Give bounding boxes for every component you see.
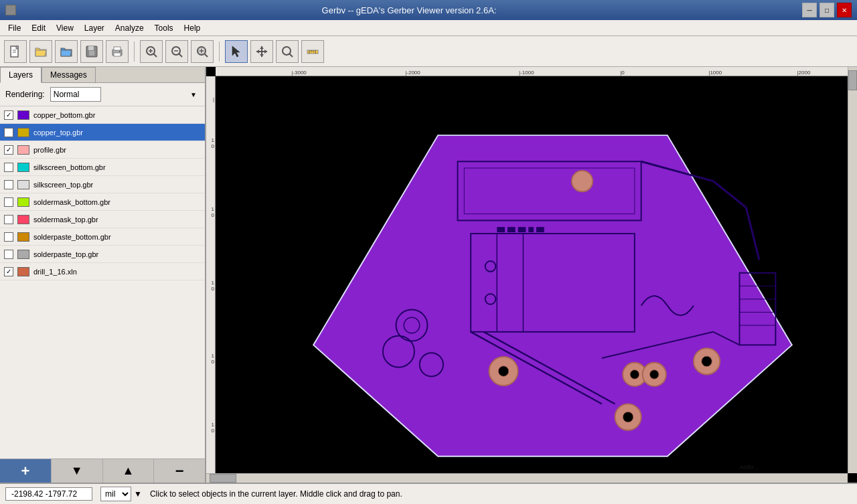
svg-point-9 xyxy=(119,51,121,52)
layer-checkbox-4[interactable] xyxy=(4,180,13,189)
canvas-area[interactable]: |-3000 |-2000 |-1000 |0 |1000 |2000 | 10… xyxy=(206,67,857,483)
layer-name-4: silkscreen_top.gbr xyxy=(33,181,201,189)
move-up-button[interactable]: ▲ xyxy=(103,459,155,483)
rendering-label: Rendering: xyxy=(5,90,45,99)
unit-select[interactable]: mil mm in xyxy=(100,487,131,501)
layer-name-5: soldermask_bottom.gbr xyxy=(33,198,201,206)
list-item[interactable]: silkscreen_top.gbr xyxy=(0,176,205,193)
menu-analyze[interactable]: Analyze xyxy=(110,22,149,34)
list-item[interactable]: copper_bottom.gbr xyxy=(0,106,205,124)
svg-line-15 xyxy=(179,54,183,57)
list-item[interactable]: profile.gbr xyxy=(0,141,205,159)
close-button[interactable]: ✕ xyxy=(837,3,852,17)
menu-edit[interactable]: Edit xyxy=(26,22,51,34)
remove-layer-button[interactable]: − xyxy=(154,459,205,483)
layer-checkbox-9[interactable] xyxy=(4,267,13,276)
list-item[interactable]: silkscreen_bottom.gbr xyxy=(0,159,205,176)
pointer-button[interactable] xyxy=(225,40,248,63)
print-button[interactable] xyxy=(106,40,129,63)
list-item[interactable]: drill_1_16.xln xyxy=(0,263,205,280)
tab-layers[interactable]: Layers xyxy=(0,67,42,83)
unit-dropdown-arrow: ▼ xyxy=(134,489,142,499)
svg-rect-73 xyxy=(528,227,534,232)
minimize-button[interactable]: ─ xyxy=(802,3,817,17)
layer-checkbox-0[interactable] xyxy=(4,110,13,120)
open-button[interactable] xyxy=(29,40,52,63)
menu-help[interactable]: Help xyxy=(179,22,206,34)
tab-messages[interactable]: Messages xyxy=(42,67,96,82)
layer-color-2 xyxy=(17,145,29,155)
svg-rect-7 xyxy=(114,47,121,50)
app-icon xyxy=(5,5,16,15)
titlebar: Gerbv -- gEDA's Gerber Viewer version 2.… xyxy=(0,0,857,20)
svg-point-63 xyxy=(630,370,639,380)
svg-point-61 xyxy=(498,366,509,377)
svg-text:Activ...: Activ... xyxy=(740,463,759,471)
zoom-fit-button[interactable] xyxy=(191,40,214,63)
layer-checkbox-3[interactable] xyxy=(4,163,13,172)
layer-color-4 xyxy=(17,180,29,189)
pcb-canvas[interactable]: Activ... xyxy=(216,76,857,483)
list-item[interactable]: solderpaste_top.gbr xyxy=(0,246,205,263)
layer-color-7 xyxy=(17,232,29,242)
svg-rect-72 xyxy=(518,227,526,232)
rendering-select-arrow: ▼ xyxy=(190,91,197,98)
ruler-left: | 10 10 10 10 10 xyxy=(206,76,216,483)
layer-name-0: copper_bottom.gbr xyxy=(33,111,201,119)
layer-checkbox-7[interactable] xyxy=(4,232,13,242)
zoom-out-button[interactable] xyxy=(165,40,188,63)
add-layer-button[interactable]: + xyxy=(0,459,52,483)
list-item[interactable]: soldermask_bottom.gbr xyxy=(0,193,205,211)
list-item[interactable]: solderpaste_bottom.gbr xyxy=(0,228,205,246)
svg-line-30 xyxy=(290,54,293,57)
scrollbar-bottom[interactable] xyxy=(206,473,848,483)
svg-rect-31 xyxy=(307,50,318,54)
menu-file[interactable]: File xyxy=(3,22,26,34)
main-layout: Layers Messages Rendering: Normal Fast H… xyxy=(0,67,857,483)
list-item[interactable]: soldermask_top.gbr xyxy=(0,211,205,228)
layer-color-5 xyxy=(17,197,29,207)
save-button[interactable] xyxy=(80,40,103,63)
layer-name-6: soldermask_top.gbr xyxy=(33,216,201,224)
unit-select-wrapper: mil mm in ▼ xyxy=(100,487,142,501)
status-message: Click to select objects in the current l… xyxy=(150,489,852,499)
svg-marker-22 xyxy=(232,46,240,57)
zoom-tool-button[interactable] xyxy=(276,40,299,63)
rendering-select[interactable]: Normal Fast High Quality xyxy=(50,87,101,102)
rendering-row: Rendering: Normal Fast High Quality ▼ xyxy=(0,83,205,106)
svg-rect-70 xyxy=(497,227,505,232)
layer-name-7: solderpaste_bottom.gbr xyxy=(33,233,201,241)
pcb-svg: Activ... xyxy=(216,76,857,483)
layer-checkbox-6[interactable] xyxy=(4,215,13,224)
open-recent-button[interactable] xyxy=(55,40,78,63)
zoom-in-button[interactable] xyxy=(140,40,163,63)
menubar: File Edit View Layer Analyze Tools Help xyxy=(0,20,857,36)
move-button[interactable] xyxy=(250,40,273,63)
statusbar: -2198.42 -1797.72 mil mm in ▼ Click to s… xyxy=(0,483,857,504)
measure-button[interactable] xyxy=(301,40,324,63)
layer-checkbox-8[interactable] xyxy=(4,250,13,259)
svg-marker-25 xyxy=(260,46,264,49)
maximize-button[interactable]: □ xyxy=(820,3,834,17)
menu-view[interactable]: View xyxy=(51,22,79,34)
menu-tools[interactable]: Tools xyxy=(149,22,179,34)
move-down-button[interactable]: ▼ xyxy=(52,459,103,483)
menu-layer[interactable]: Layer xyxy=(79,22,110,34)
scrollbar-right[interactable] xyxy=(848,67,857,473)
window-title: Gerbv -- gEDA's Gerber Viewer version 2.… xyxy=(16,5,802,15)
layer-color-8 xyxy=(17,250,29,259)
layer-checkbox-2[interactable] xyxy=(4,145,13,155)
list-item[interactable]: copper_top.gbr xyxy=(0,124,205,141)
svg-rect-8 xyxy=(114,53,121,56)
svg-line-18 xyxy=(205,54,208,57)
layer-checkbox-1[interactable] xyxy=(4,128,13,137)
layer-name-2: profile.gbr xyxy=(33,146,201,154)
toolbar-separator-1 xyxy=(134,41,135,62)
layer-name-1: copper_top.gbr xyxy=(33,129,201,137)
layer-checkbox-5[interactable] xyxy=(4,197,13,207)
svg-point-67 xyxy=(702,356,712,367)
layer-color-1 xyxy=(17,128,29,137)
toolbar-separator-2 xyxy=(219,41,220,62)
layer-list: copper_bottom.gbr copper_top.gbr profile… xyxy=(0,106,205,458)
new-button[interactable] xyxy=(4,40,27,63)
